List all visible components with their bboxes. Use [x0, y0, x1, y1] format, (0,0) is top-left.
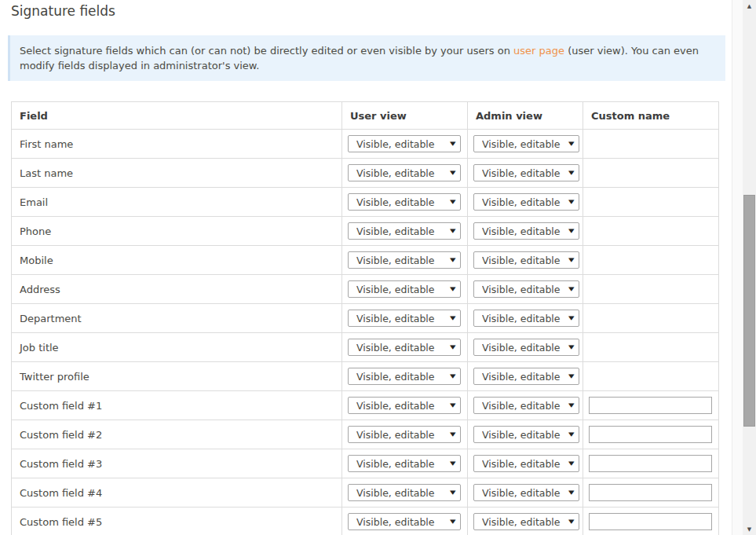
user-view-select-value: Visible, editable: [356, 487, 435, 499]
table-row: PhoneVisible, editable▼Visible, editable…: [12, 217, 719, 246]
admin-view-select[interactable]: Visible, editable▼: [473, 455, 579, 472]
signature-fields-table: Field User view Admin view Custom name F…: [11, 101, 719, 535]
admin-view-select[interactable]: Visible, editable▼: [473, 397, 579, 414]
user-view-select-cell: Visible, editable▼: [342, 449, 468, 478]
admin-view-select[interactable]: Visible, editable▼: [473, 164, 579, 181]
chevron-down-icon: ▼: [450, 286, 456, 292]
chevron-down-icon: ▼: [450, 373, 456, 379]
custom-name-cell: [583, 304, 719, 333]
user-view-select[interactable]: Visible, editable▼: [348, 455, 461, 472]
user-view-select[interactable]: Visible, editable▼: [348, 280, 461, 298]
user-view-select-cell: Visible, editable▼: [342, 130, 468, 159]
user-view-select[interactable]: Visible, editable▼: [348, 513, 461, 530]
page-gutter: [732, 0, 743, 535]
table-row: AddressVisible, editable▼Visible, editab…: [12, 275, 719, 304]
chevron-down-icon: ▼: [450, 170, 456, 176]
field-label: Custom field #3: [12, 449, 342, 478]
scrollbar-thumb[interactable]: [743, 195, 755, 427]
admin-view-select[interactable]: Visible, editable▼: [473, 426, 579, 443]
custom-name-input[interactable]: [589, 426, 712, 443]
user-view-select-cell: Visible, editable▼: [342, 159, 468, 188]
chevron-down-icon: ▼: [568, 257, 575, 263]
admin-view-select-value: Visible, editable: [482, 138, 561, 150]
admin-view-select[interactable]: Visible, editable▼: [473, 135, 579, 152]
admin-view-select[interactable]: Visible, editable▼: [473, 280, 579, 298]
user-view-select-cell: Visible, editable▼: [342, 333, 468, 362]
custom-name-input[interactable]: [589, 397, 712, 414]
user-page-link[interactable]: user page: [513, 45, 564, 57]
column-header-admin-view: Admin view: [468, 102, 583, 130]
notice-text-before: Select signature fields which can (or ca…: [20, 45, 513, 57]
user-view-select[interactable]: Visible, editable▼: [348, 164, 461, 181]
admin-view-select[interactable]: Visible, editable▼: [473, 222, 579, 240]
custom-name-cell: [583, 188, 719, 217]
scroll-down-icon[interactable]: ▼: [743, 523, 756, 535]
vertical-scrollbar[interactable]: ▲ ▼: [743, 0, 756, 535]
field-label: Address: [12, 275, 342, 304]
admin-view-select-cell: Visible, editable▼: [468, 333, 583, 362]
user-view-select-value: Visible, editable: [356, 196, 435, 208]
admin-view-select-cell: Visible, editable▼: [468, 246, 583, 275]
user-view-select-value: Visible, editable: [356, 371, 435, 383]
custom-name-input[interactable]: [589, 484, 712, 501]
user-view-select[interactable]: Visible, editable▼: [348, 368, 461, 385]
admin-view-select[interactable]: Visible, editable▼: [473, 484, 579, 501]
user-view-select[interactable]: Visible, editable▼: [348, 484, 461, 501]
scroll-up-icon[interactable]: ▲: [743, 0, 756, 12]
table-header-row: Field User view Admin view Custom name: [12, 102, 719, 130]
admin-view-select-cell: Visible, editable▼: [468, 217, 583, 246]
field-label: Email: [12, 188, 342, 217]
admin-view-select-cell: Visible, editable▼: [468, 275, 583, 304]
chevron-down-icon: ▼: [568, 489, 575, 496]
admin-view-select[interactable]: Visible, editable▼: [473, 513, 579, 530]
admin-view-select[interactable]: Visible, editable▼: [473, 368, 579, 385]
user-view-select-value: Visible, editable: [356, 516, 435, 528]
admin-view-select-cell: Visible, editable▼: [468, 304, 583, 333]
admin-view-select-cell: Visible, editable▼: [468, 159, 583, 188]
user-view-select[interactable]: Visible, editable▼: [348, 193, 461, 211]
admin-view-select-value: Visible, editable: [482, 196, 561, 208]
chevron-down-icon: ▼: [450, 315, 456, 321]
user-view-select-cell: Visible, editable▼: [342, 478, 468, 508]
field-label: Department: [12, 304, 342, 333]
admin-view-select[interactable]: Visible, editable▼: [473, 310, 579, 327]
field-label: Job title: [12, 333, 342, 362]
user-view-select-cell: Visible, editable▼: [342, 362, 468, 391]
user-view-select[interactable]: Visible, editable▼: [348, 251, 461, 269]
user-view-select[interactable]: Visible, editable▼: [348, 135, 461, 152]
chevron-down-icon: ▼: [568, 286, 575, 292]
admin-view-select[interactable]: Visible, editable▼: [473, 193, 579, 211]
table-row: DepartmentVisible, editable▼Visible, edi…: [12, 304, 719, 333]
user-view-select-value: Visible, editable: [356, 284, 435, 295]
admin-view-select-cell: Visible, editable▼: [468, 449, 583, 478]
user-view-select[interactable]: Visible, editable▼: [348, 397, 461, 414]
admin-view-select-value: Visible, editable: [482, 516, 561, 528]
chevron-down-icon: ▼: [450, 489, 456, 496]
chevron-down-icon: ▼: [450, 519, 456, 525]
user-view-select[interactable]: Visible, editable▼: [348, 222, 461, 240]
user-view-select[interactable]: Visible, editable▼: [348, 426, 461, 443]
table-row: Custom field #2Visible, editable▼Visible…: [12, 420, 719, 449]
admin-view-select-value: Visible, editable: [482, 255, 561, 266]
admin-view-select[interactable]: Visible, editable▼: [473, 251, 579, 269]
admin-view-select-cell: Visible, editable▼: [468, 130, 583, 159]
admin-view-select[interactable]: Visible, editable▼: [473, 339, 579, 356]
user-view-select[interactable]: Visible, editable▼: [348, 310, 461, 327]
user-view-select-value: Visible, editable: [356, 167, 435, 179]
chevron-down-icon: ▼: [568, 228, 575, 234]
field-label: Twitter profile: [12, 362, 342, 391]
chevron-down-icon: ▼: [568, 199, 575, 205]
custom-name-cell: [583, 362, 719, 391]
chevron-down-icon: ▼: [568, 344, 575, 350]
info-notice: Select signature fields which can (or ca…: [8, 35, 725, 81]
custom-name-input[interactable]: [589, 455, 712, 472]
custom-name-input[interactable]: [589, 513, 712, 530]
admin-view-select-value: Visible, editable: [482, 167, 561, 179]
user-view-select-cell: Visible, editable▼: [342, 508, 468, 535]
table-row: EmailVisible, editable▼Visible, editable…: [12, 188, 719, 217]
table-row: Custom field #4Visible, editable▼Visible…: [12, 478, 719, 508]
user-view-select-cell: Visible, editable▼: [342, 188, 468, 217]
chevron-down-icon: ▼: [450, 431, 456, 438]
chevron-down-icon: ▼: [450, 460, 456, 467]
user-view-select[interactable]: Visible, editable▼: [348, 339, 461, 356]
